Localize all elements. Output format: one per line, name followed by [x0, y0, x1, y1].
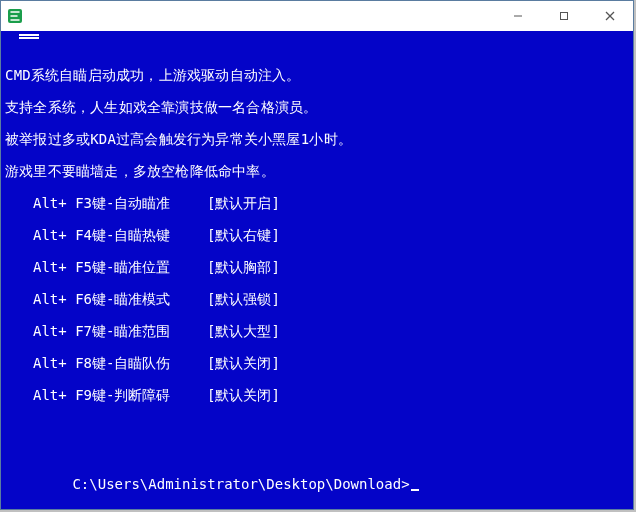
hotkey-row: Alt+ F9键-判断障碍[默认关闭]: [5, 387, 280, 404]
system-menu-icon[interactable]: [19, 37, 39, 39]
titlebar[interactable]: [1, 1, 633, 31]
hotkey-key: Alt+ F7键-瞄准范围: [33, 323, 207, 340]
minimize-button[interactable]: [495, 1, 541, 31]
hotkey-key: Alt+ F6键-瞄准模式: [33, 291, 207, 308]
hotkey-default: [默认大型]: [207, 323, 280, 340]
hotkey-row: Alt+ F3键-自动瞄准[默认开启]: [5, 195, 280, 212]
console-area[interactable]: CMD系统自瞄启动成功，上游戏驱动自动注入。 支持全系统，人生如戏全靠演技做一名…: [1, 31, 633, 509]
hotkey-default: [默认右键]: [207, 227, 280, 244]
hotkey-default: [默认强锁]: [207, 291, 280, 308]
window-controls: [495, 1, 633, 31]
prompt-line: C:\Users\Administrator\Desktop\Download>: [5, 459, 419, 509]
console-line: 被举报过多或KDA过高会触发行为异常关小黑屋1小时。: [5, 131, 352, 148]
hotkey-default: [默认关闭]: [207, 387, 280, 404]
hotkey-key: Alt+ F9键-判断障碍: [33, 387, 207, 404]
hotkey-default: [默认开启]: [207, 195, 280, 212]
hotkey-key: Alt+ F4键-自瞄热键: [33, 227, 207, 244]
hotkey-default: [默认关闭]: [207, 355, 280, 372]
hotkey-row: Alt+ F5键-瞄准位置[默认胸部]: [5, 259, 280, 276]
prompt-text: C:\Users\Administrator\Desktop\Download>: [72, 476, 409, 492]
hotkey-key: Alt+ F5键-瞄准位置: [33, 259, 207, 276]
console-line: 支持全系统，人生如戏全靠演技做一名合格演员。: [5, 99, 317, 116]
svg-rect-2: [561, 13, 568, 20]
hotkey-default: [默认胸部]: [207, 259, 280, 276]
app-icon: [7, 8, 23, 24]
close-button[interactable]: [587, 1, 633, 31]
hotkey-row: Alt+ F6键-瞄准模式[默认强锁]: [5, 291, 280, 308]
hotkey-key: Alt+ F8键-自瞄队伤: [33, 355, 207, 372]
console-line: 游戏里不要瞄墙走，多放空枪降低命中率。: [5, 163, 275, 180]
hotkey-row: Alt+ F7键-瞄准范围[默认大型]: [5, 323, 280, 340]
maximize-button[interactable]: [541, 1, 587, 31]
app-window: CMD系统自瞄启动成功，上游戏驱动自动注入。 支持全系统，人生如戏全靠演技做一名…: [0, 0, 634, 510]
cursor: [411, 489, 419, 491]
hotkey-key: Alt+ F3键-自动瞄准: [33, 195, 207, 212]
hotkey-row: Alt+ F4键-自瞄热键[默认右键]: [5, 227, 280, 244]
hotkey-row: Alt+ F8键-自瞄队伤[默认关闭]: [5, 355, 280, 372]
console-line: CMD系统自瞄启动成功，上游戏驱动自动注入。: [5, 67, 301, 84]
